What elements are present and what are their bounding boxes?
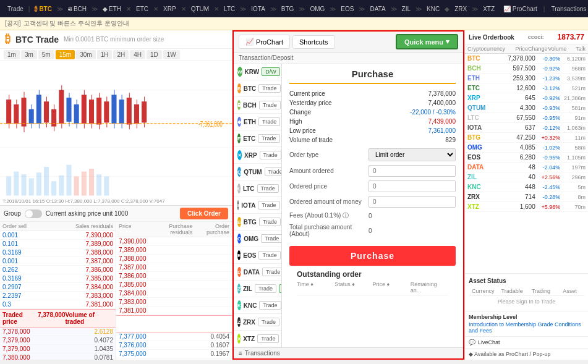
- rs-zil-row[interactable]: ZIL40+2.56%296m: [465, 172, 588, 182]
- tf-4h[interactable]: 4H: [130, 50, 145, 59]
- zil-trade-btn[interactable]: Trade: [255, 284, 276, 293]
- currency-etc[interactable]: E ETC Trade D/W: [234, 130, 281, 147]
- order-type-select[interactable]: Limit order Market order: [369, 148, 456, 161]
- buy-row-4[interactable]: 7,380,0000.0781: [0, 353, 116, 360]
- nav-item-qtum[interactable]: QTUM: [187, 4, 213, 14]
- rs-bch-row[interactable]: BCH597,500-0.92%968m: [465, 64, 588, 74]
- price-row-7[interactable]: 7,384,000: [116, 289, 232, 298]
- currency-zrx[interactable]: Z ZRX Trade D/W: [234, 314, 281, 331]
- group-toggle[interactable]: [25, 210, 42, 218]
- ordered-price-input[interactable]: [369, 180, 456, 192]
- currency-xrp[interactable]: ✕ XRP Trade D/W: [234, 147, 281, 164]
- shortcuts-tab[interactable]: Shortcuts: [292, 35, 334, 49]
- rs-eos-row[interactable]: EOS6,280-0.95%1,105m: [465, 153, 588, 163]
- nav-item-data[interactable]: DATA: [366, 4, 389, 14]
- sell-row-8[interactable]: 2.23977,383,000: [0, 292, 116, 300]
- tf-30m[interactable]: 30m: [76, 50, 95, 59]
- nav-item-btc[interactable]: ₿ BTC: [31, 4, 56, 14]
- currency-eth[interactable]: ◆ ETH Trade D/W: [234, 114, 281, 130]
- sell-row-4[interactable]: 0.0017,387,000: [0, 257, 116, 266]
- data-trade-btn[interactable]: Trade: [262, 268, 282, 276]
- rs-omg-row[interactable]: OMG4,085-1.02%58m: [465, 143, 588, 153]
- eos-trade-btn[interactable]: Trade: [258, 251, 280, 260]
- price-row-9[interactable]: 7,381,000: [116, 307, 232, 315]
- sell-row-9[interactable]: 0.37,381,000: [0, 300, 116, 309]
- tf-3m[interactable]: 3m: [21, 50, 37, 59]
- nav-prochart[interactable]: 📈 ProChart: [500, 4, 541, 14]
- rs-btg-row[interactable]: BTG47,250+0.32%11m: [465, 133, 588, 143]
- etc-trade-btn[interactable]: Trade: [258, 134, 279, 143]
- nav-item-bch[interactable]: Ƀ BCH: [64, 4, 90, 14]
- livechat-section[interactable]: 💬 LiveChat: [465, 336, 588, 348]
- currency-knc[interactable]: K KNC Trade D/W: [234, 297, 281, 314]
- currency-qtum[interactable]: Q QTUM Trade D/W: [234, 164, 281, 180]
- iota-trade-btn[interactable]: Trade: [258, 201, 279, 210]
- sell-row-1[interactable]: 0.0017,390,000: [0, 231, 116, 240]
- sell-row-7[interactable]: 0.29077,384,000: [0, 283, 116, 292]
- buy-row-1[interactable]: 7,378,0002.6128: [0, 328, 116, 336]
- tf-1m[interactable]: 1m: [4, 50, 20, 59]
- quick-menu-button[interactable]: Quick menu ▾: [396, 34, 458, 49]
- knc-trade-btn[interactable]: Trade: [259, 301, 281, 310]
- tf-1h[interactable]: 1H: [97, 50, 113, 59]
- nav-item-omg[interactable]: OMG: [306, 4, 328, 14]
- transactions-bar-bottom[interactable]: ≡ Transactions: [234, 347, 463, 358]
- buy-row-3[interactable]: 7,379,0001.0435: [0, 345, 116, 353]
- currency-omg[interactable]: O OMG Trade D/W: [234, 231, 281, 247]
- btc-trade-btn[interactable]: Trade: [258, 84, 280, 93]
- tf-15m[interactable]: 15m: [56, 50, 75, 59]
- ltc-trade-btn[interactable]: Trade: [257, 184, 279, 193]
- tf-1w[interactable]: 1W: [163, 50, 180, 59]
- xtz-trade-btn[interactable]: Trade: [257, 334, 279, 343]
- currency-btg[interactable]: B BTG Trade D/W: [234, 214, 281, 231]
- bprice-row-4[interactable]: 7,374,0000.001: [116, 358, 232, 360]
- currency-bch[interactable]: Ƀ BCH Trade D/W: [234, 97, 281, 114]
- price-row-1[interactable]: 7,390,000: [116, 237, 232, 246]
- nav-item-knc[interactable]: KNC: [423, 4, 443, 14]
- currency-ltc[interactable]: Ł LTC Trade D/W: [234, 180, 281, 197]
- rs-etc-row[interactable]: ETC12,600-3.12%521m: [465, 83, 588, 93]
- tf-2h[interactable]: 2H: [113, 50, 129, 59]
- currency-btc[interactable]: B BTC Trade D/W: [234, 80, 281, 97]
- nav-item-xrp[interactable]: XRP: [160, 4, 180, 14]
- qtum-trade-btn[interactable]: Trade: [265, 167, 282, 176]
- bch-trade-btn[interactable]: Trade: [259, 101, 281, 109]
- sell-row-5[interactable]: 0.2627,386,000: [0, 266, 116, 274]
- currency-data[interactable]: D DATA Trade D/W: [234, 264, 281, 281]
- nav-item-iota[interactable]: IOTA: [247, 4, 269, 14]
- price-row-6[interactable]: 7,385,000: [116, 281, 232, 289]
- price-row-2[interactable]: 7,389,000: [116, 246, 232, 255]
- currency-xtz[interactable]: X XTZ Trade D/W: [234, 331, 281, 347]
- currency-eos[interactable]: E EOS Trade D/W: [234, 247, 281, 264]
- click-order-button[interactable]: Click Order: [180, 208, 228, 219]
- price-row-4[interactable]: 7,387,000: [116, 263, 232, 272]
- bprice-row-1[interactable]: 7,377,0000.4054: [116, 332, 232, 341]
- nav-item-ltc[interactable]: LTC: [220, 4, 239, 14]
- purchase-button[interactable]: Purchase: [289, 246, 456, 266]
- amount-input[interactable]: [369, 165, 456, 177]
- nav-item-etc[interactable]: ETC: [132, 4, 152, 14]
- price-row-8[interactable]: 7,383,000: [116, 298, 232, 307]
- currency-krw[interactable]: W KRW D/W: [234, 64, 281, 80]
- eth-trade-btn[interactable]: Trade: [258, 117, 280, 126]
- rs-btc-row[interactable]: BTC7,378,000-0.30%6,120m: [465, 54, 588, 64]
- btg-trade-btn[interactable]: Trade: [259, 218, 281, 226]
- rs-qtum-row[interactable]: QTUM4,300-0.93%581m: [465, 103, 588, 113]
- sell-row-2[interactable]: 0.1017,389,000: [0, 240, 116, 248]
- rs-xtz-row[interactable]: XTZ1,600+5.96%70m: [465, 202, 588, 212]
- nav-item-zrx[interactable]: ZRX: [451, 4, 471, 14]
- zrx-trade-btn[interactable]: Trade: [258, 318, 279, 326]
- nav-item-eos[interactable]: EOS: [337, 4, 357, 14]
- rs-ltc-row[interactable]: LTC67,550-0.95%91m: [465, 113, 588, 123]
- nav-item-xtz[interactable]: XTZ: [479, 4, 498, 14]
- rs-iota-row[interactable]: IOTA637-0.12%1,063m: [465, 123, 588, 133]
- currency-iota[interactable]: I IOTA Trade D/W: [234, 197, 281, 214]
- price-row-3[interactable]: 7,388,000: [116, 255, 232, 263]
- price-row-5[interactable]: 7,386,000: [116, 272, 232, 281]
- buy-row-2[interactable]: 7,379,0000.4072: [0, 336, 116, 345]
- rs-data-row[interactable]: DATA48-2.04%197m: [465, 163, 588, 172]
- nav-item-zil[interactable]: ZIL: [398, 4, 414, 14]
- prochart-tab[interactable]: 📈 ProChart: [239, 35, 290, 49]
- nav-item-eth[interactable]: ◆ ETH: [99, 4, 125, 14]
- bprice-row-3[interactable]: 7,375,0000.1967: [116, 350, 232, 358]
